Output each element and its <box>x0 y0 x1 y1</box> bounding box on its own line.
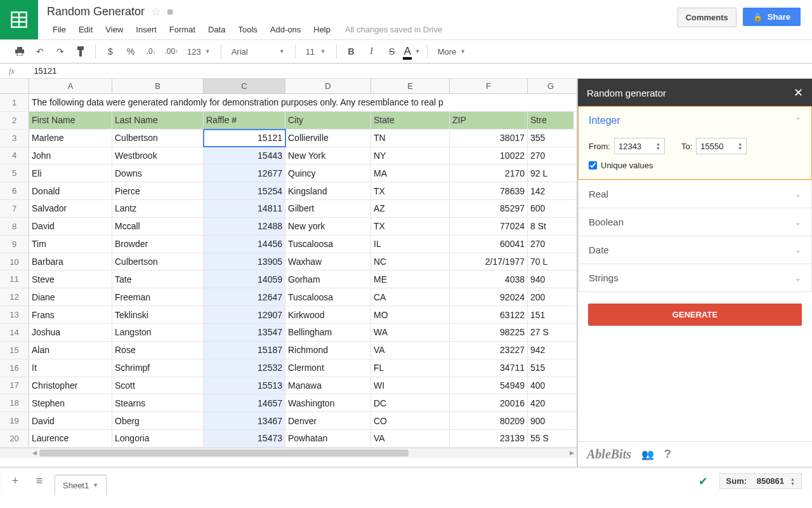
cell[interactable]: New york <box>285 218 371 235</box>
cell[interactable]: IL <box>371 236 450 253</box>
cell[interactable]: Laurence <box>29 430 112 447</box>
cell[interactable]: Salvador <box>29 200 112 217</box>
cell-zip[interactable]: 80209 <box>450 412 528 429</box>
cell-zip[interactable]: 54949 <box>450 377 528 394</box>
cell-zip[interactable]: 63122 <box>450 306 528 323</box>
menu-tools[interactable]: Tools <box>232 22 263 37</box>
cell-street[interactable]: 270 <box>528 147 573 164</box>
row-header[interactable]: 11 <box>0 271 29 288</box>
row-header[interactable]: 12 <box>0 288 29 305</box>
cell-raffle[interactable]: 15443 <box>204 147 285 164</box>
to-input[interactable]: 15550 ▲▼ <box>696 138 747 154</box>
cell[interactable]: Gilbert <box>285 200 371 217</box>
row-header[interactable]: 4 <box>0 147 29 164</box>
row-header[interactable]: 15 <box>0 342 29 359</box>
cell-street[interactable]: 55 S <box>528 430 573 447</box>
menu-data[interactable]: Data <box>202 22 231 37</box>
row-header[interactable]: 7 <box>0 200 29 217</box>
more-dropdown[interactable]: More▼ <box>433 43 471 60</box>
select-all-corner[interactable] <box>0 79 29 93</box>
cell[interactable]: VA <box>371 430 450 447</box>
cell[interactable]: Waxhaw <box>285 253 371 271</box>
cell-raffle[interactable]: 12907 <box>204 306 285 323</box>
cell[interactable]: Schrimpf <box>112 359 204 377</box>
cell-zip[interactable]: 78639 <box>450 182 528 199</box>
cell[interactable]: Quincy <box>285 164 371 182</box>
menu-view[interactable]: View <box>100 22 129 37</box>
row-header[interactable]: 17 <box>0 377 29 394</box>
comments-button[interactable]: Comments <box>678 8 737 27</box>
cell-zip[interactable]: 77024 <box>450 218 528 235</box>
cell[interactable]: Tate <box>112 271 204 288</box>
cell-raffle[interactable]: 13905 <box>204 253 285 271</box>
cell[interactable]: ME <box>371 271 450 288</box>
ablebits-logo[interactable]: AbleBits <box>587 447 631 462</box>
redo-icon[interactable]: ↷ <box>51 43 70 60</box>
all-sheets-icon[interactable]: ≡ <box>30 472 48 490</box>
people-icon[interactable]: 👥 <box>641 448 654 460</box>
cell-raffle[interactable]: 14657 <box>204 394 285 411</box>
cell-raffle[interactable]: 14811 <box>204 200 285 217</box>
cell[interactable]: Pierce <box>112 182 204 199</box>
cell[interactable]: Bellingham <box>285 324 371 341</box>
cell-street[interactable]: 151 <box>528 306 573 323</box>
cell[interactable]: Longoria <box>112 430 204 447</box>
row-header[interactable]: 16 <box>0 359 29 377</box>
cell-zip[interactable]: 92024 <box>450 288 528 305</box>
cell[interactable]: Rose <box>112 342 204 359</box>
cell[interactable]: Scott <box>112 377 204 394</box>
cell-raffle[interactable]: 13467 <box>204 412 285 429</box>
cell[interactable]: Powhatan <box>285 430 371 447</box>
cell-zip[interactable]: 98225 <box>450 324 528 341</box>
spinner-up-icon[interactable]: ▲ <box>738 142 742 146</box>
cell[interactable]: Richmond <box>285 342 371 359</box>
spinner-down-icon[interactable]: ▼ <box>656 146 660 150</box>
col-header-C[interactable]: C <box>204 79 285 93</box>
cell[interactable]: John <box>29 147 112 164</box>
cell[interactable]: TN <box>371 130 450 147</box>
cell-street[interactable]: 8 St <box>528 218 573 235</box>
font-dropdown[interactable]: Arial▼ <box>226 43 290 60</box>
cell-zip[interactable]: 85297 <box>450 200 528 217</box>
section-boolean[interactable]: Boolean⌄ <box>579 208 811 236</box>
row-header[interactable]: 20 <box>0 430 29 447</box>
close-icon[interactable]: ✕ <box>794 86 803 100</box>
cell[interactable]: ZIP <box>450 112 528 129</box>
cell-street[interactable]: 70 L <box>528 253 573 271</box>
cell[interactable]: WI <box>371 377 450 394</box>
cell[interactable]: TX <box>371 182 450 199</box>
cell[interactable]: MA <box>371 164 450 182</box>
currency-icon[interactable]: $ <box>101 43 120 60</box>
cell[interactable]: Frans <box>29 306 112 323</box>
cell-raffle[interactable]: 14456 <box>204 236 285 253</box>
text-color-icon[interactable]: A▼ <box>403 43 422 60</box>
cell[interactable]: NY <box>371 147 450 164</box>
cell-raffle[interactable]: 12647 <box>204 288 285 305</box>
col-header-G[interactable]: G <box>528 79 573 93</box>
cell-raffle[interactable]: 15513 <box>204 377 285 394</box>
cell-street[interactable]: 600 <box>528 200 573 217</box>
row-header[interactable]: 18 <box>0 394 29 411</box>
cell-street[interactable]: 940 <box>528 271 573 288</box>
cell[interactable]: FL <box>371 359 450 377</box>
cell-street[interactable]: 92 L <box>528 164 573 182</box>
cell-street[interactable]: 355 <box>528 130 573 147</box>
hscroll-left-icon[interactable]: ◀ <box>29 448 39 458</box>
help-icon[interactable]: ? <box>664 448 671 461</box>
row-header[interactable]: 5 <box>0 164 29 182</box>
cell[interactable]: AZ <box>371 200 450 217</box>
cell-street[interactable]: 27 S <box>528 324 573 341</box>
section-strings[interactable]: Strings⌄ <box>579 264 811 291</box>
cell[interactable]: Westbrook <box>112 147 204 164</box>
paint-format-icon[interactable] <box>71 43 90 60</box>
strike-icon[interactable]: S <box>383 43 402 60</box>
cell[interactable]: VA <box>371 342 450 359</box>
folder-icon[interactable]: ■ <box>167 6 173 18</box>
cell[interactable]: Gorham <box>285 271 371 288</box>
cell-zip[interactable]: 23227 <box>450 342 528 359</box>
row-header[interactable]: 6 <box>0 182 29 199</box>
menu-insert[interactable]: Insert <box>130 22 162 37</box>
cell-raffle[interactable]: 15254 <box>204 182 285 199</box>
cell[interactable]: Christopher <box>29 377 112 394</box>
spinner-down-icon[interactable]: ▼ <box>738 146 742 150</box>
